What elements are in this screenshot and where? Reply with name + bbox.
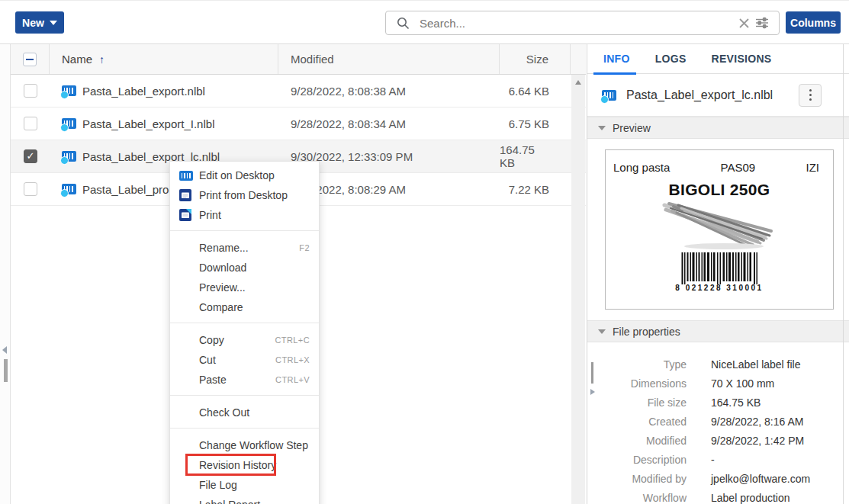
- column-header-modified[interactable]: Modified: [278, 44, 500, 74]
- property-label: Type: [587, 358, 687, 371]
- size-header-label: Size: [526, 53, 548, 66]
- file-modified: 9/28/2022, 8:08:34 AM: [278, 108, 500, 140]
- property-row-file-size: File size 164.75 KB: [587, 393, 849, 412]
- menu-item-rename[interactable]: Rename... F2: [170, 238, 319, 258]
- label-code: PAS09: [721, 161, 756, 174]
- menu-item-label: Revision History: [199, 459, 276, 471]
- menu-group-clipboard: Copy CTRL+C Cut CTRL+X Paste CTRL+V: [170, 323, 319, 395]
- property-label: Workflow: [587, 492, 687, 504]
- collapse-triangle-icon: [598, 126, 606, 130]
- property-value: jpelko@loftware.com: [711, 473, 810, 485]
- columns-button-label: Columns: [790, 17, 836, 29]
- scroll-up-icon[interactable]: [575, 80, 581, 85]
- panel-tabs: INFO LOGS REVISIONS: [587, 44, 849, 74]
- menu-item-label: Download: [199, 262, 246, 274]
- menu-item-preview[interactable]: Preview...: [170, 278, 319, 297]
- barcode-image: [680, 252, 760, 284]
- tab-revisions[interactable]: REVISIONS: [712, 44, 772, 73]
- property-row-modified: Modified 9/28/2022, 1:42 PM: [587, 431, 849, 450]
- collapse-left-icon[interactable]: [2, 346, 7, 354]
- menu-item-cut[interactable]: Cut CTRL+X: [170, 350, 319, 370]
- menu-item-label-report[interactable]: Label Report: [170, 495, 319, 504]
- tab-info[interactable]: INFO: [603, 44, 630, 73]
- menu-item-compare[interactable]: Compare: [170, 297, 319, 317]
- preview-body: Long pasta PAS09 IZI BIGOLI 250G: [587, 139, 849, 320]
- menu-item-change-workflow-step[interactable]: Change Workflow Step: [170, 435, 319, 455]
- chevron-down-icon: [50, 21, 57, 25]
- right-splitter-handle[interactable]: [591, 362, 593, 384]
- left-panel-splitter[interactable]: [0, 44, 11, 504]
- table-row[interactable]: Pasta_Label_export.nlbl 9/28/2022, 8:08:…: [11, 75, 586, 108]
- label-preview: Long pasta PAS09 IZI BIGOLI 250G: [605, 149, 834, 310]
- property-label: Dimensions: [587, 377, 687, 390]
- menu-group-file-ops: Rename... F2 Download Preview... Compare: [170, 230, 319, 323]
- tab-logs[interactable]: LOGS: [655, 44, 687, 73]
- search-box[interactable]: [385, 11, 780, 35]
- file-name: Pasta_Label_export_I.nlbl: [82, 117, 214, 130]
- file-properties-section-header[interactable]: File properties: [587, 320, 849, 342]
- menu-item-label: Compare: [199, 301, 243, 313]
- label-category: Long pasta: [613, 161, 670, 174]
- document-management-window: New Columns: [0, 0, 849, 504]
- menu-group-desktop: Edit on Desktop Print from Desktop Print: [170, 162, 319, 230]
- context-menu: Edit on Desktop Print from Desktop Print…: [169, 161, 320, 504]
- property-row-type: Type NiceLabel label file: [587, 355, 849, 374]
- label-brand: IZI: [806, 161, 819, 174]
- shortcut-label: CTRL+V: [275, 370, 310, 390]
- header-spacer: [571, 44, 586, 74]
- shortcut-label: CTRL+C: [275, 330, 310, 350]
- column-header-name[interactable]: Name ↑: [50, 44, 278, 74]
- search-input[interactable]: [420, 17, 735, 30]
- table-row[interactable]: Pasta_Label_export_I.nlbl 9/28/2022, 8:0…: [11, 108, 586, 140]
- search-icon: [394, 14, 412, 32]
- menu-item-check-out[interactable]: Check Out: [170, 403, 319, 422]
- file-actions-button[interactable]: [799, 84, 822, 107]
- columns-button[interactable]: Columns: [786, 11, 841, 34]
- menu-item-paste[interactable]: Paste CTRL+V: [170, 370, 319, 390]
- print-icon: [179, 209, 193, 221]
- property-label: Modified by: [587, 473, 687, 485]
- new-button[interactable]: New: [15, 11, 64, 34]
- menu-item-print-from-desktop[interactable]: Print from Desktop: [170, 185, 319, 205]
- table-header-row: Name ↑ Modified Size: [11, 44, 586, 75]
- menu-item-label: Rename...: [199, 242, 249, 254]
- menu-item-file-log[interactable]: File Log: [170, 475, 319, 495]
- menu-group-checkout: Check Out: [170, 395, 319, 428]
- label-product-name: BIGOLI 250G: [606, 181, 833, 199]
- label-barcode-icon: [179, 169, 193, 181]
- property-value: 70 X 100 mm: [711, 377, 774, 390]
- select-all-checkbox[interactable]: [23, 53, 37, 66]
- file-size: 164.75 KB: [500, 140, 571, 172]
- pasta-image: [651, 201, 788, 251]
- file-properties-list: Type NiceLabel label file Dimensions 70 …: [587, 342, 849, 504]
- clear-search-icon[interactable]: [735, 14, 753, 32]
- menu-item-copy[interactable]: Copy CTRL+C: [170, 330, 319, 350]
- row-checkbox[interactable]: [24, 84, 37, 98]
- collapse-right-icon[interactable]: [590, 389, 595, 395]
- column-header-size[interactable]: Size: [500, 44, 571, 74]
- left-splitter-handle[interactable]: [4, 359, 8, 382]
- property-value: Label production: [711, 492, 790, 504]
- panel-file-name: Pasta_Label_export_lc.nlbl: [626, 88, 799, 102]
- printer-icon: [179, 189, 193, 201]
- property-value: -: [711, 454, 715, 466]
- menu-item-download[interactable]: Download: [170, 258, 319, 278]
- table-scrollbar[interactable]: [571, 75, 585, 504]
- file-size: 6.64 KB: [500, 75, 571, 107]
- file-modified: 9/28/2022, 8:08:38 AM: [278, 75, 500, 107]
- row-checkbox[interactable]: [24, 182, 37, 196]
- row-checkbox[interactable]: [24, 117, 37, 130]
- label-file-icon: [602, 90, 616, 101]
- search-filter-icon[interactable]: [753, 14, 771, 32]
- preview-section-header[interactable]: Preview: [587, 117, 849, 139]
- row-checkbox-checked[interactable]: [24, 149, 37, 163]
- sort-ascending-icon: ↑: [99, 53, 105, 66]
- property-label: Modified: [587, 435, 687, 447]
- menu-item-label: Print: [199, 209, 221, 221]
- menu-item-edit-on-desktop[interactable]: Edit on Desktop: [170, 165, 319, 185]
- menu-item-revision-history[interactable]: Revision History: [170, 455, 319, 475]
- menu-item-label: Change Workflow Step: [199, 439, 308, 451]
- menu-item-label: Check Out: [199, 406, 249, 419]
- barcode-digits: 8 021228 310001: [606, 284, 833, 292]
- menu-item-print[interactable]: Print: [170, 205, 319, 225]
